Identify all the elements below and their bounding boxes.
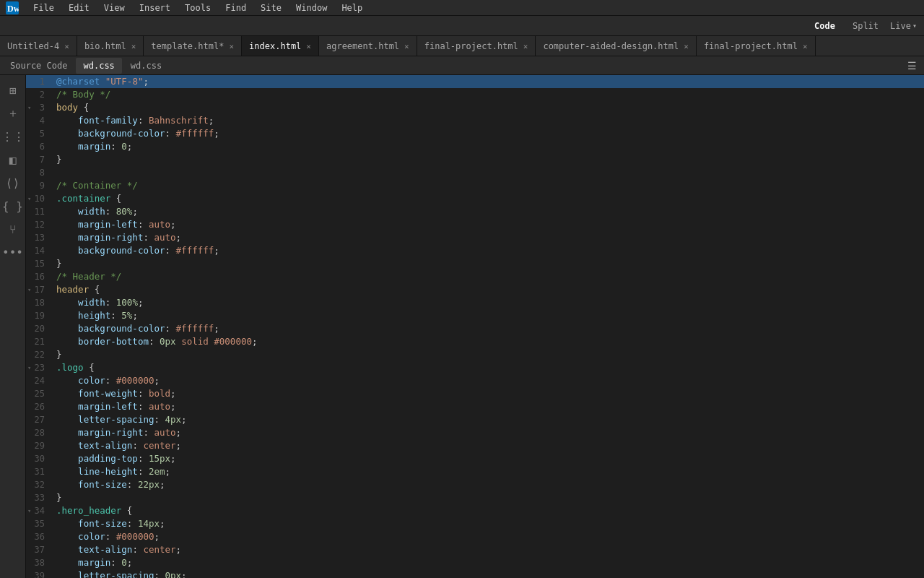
menu-item-insert[interactable]: Insert: [136, 1, 173, 14]
code-line: 37 text-align: center;: [26, 543, 924, 556]
sidebar-icon-files[interactable]: ⊞: [2, 79, 24, 101]
code-content: margin-left: auto;: [53, 400, 924, 413]
menu-item-find[interactable]: Find: [222, 1, 249, 14]
split-view-btn[interactable]: Split: [847, 20, 884, 33]
tab-index[interactable]: index.html×: [242, 36, 319, 56]
fold-arrow-icon[interactable]: ▾: [27, 101, 31, 114]
tab-template[interactable]: template.html*×: [144, 36, 242, 56]
code-line: 28 margin-right: auto;: [26, 426, 924, 439]
code-content: margin: 0;: [53, 556, 924, 569]
line-number: 21: [26, 335, 53, 348]
fold-arrow-icon[interactable]: ▾: [27, 361, 31, 374]
code-line: ▾23.logo {: [26, 361, 924, 374]
code-line: 38 margin: 0;: [26, 556, 924, 569]
sidebar-icon-assets[interactable]: ◧: [2, 149, 24, 171]
line-number: 15: [26, 257, 53, 270]
live-view-btn[interactable]: Live ▾: [890, 21, 917, 31]
code-content: color: #000000;: [53, 374, 924, 387]
code-line: 14 background-color: #ffffff;: [26, 244, 924, 257]
tab-computer-aided[interactable]: computer-aided-design.html×: [536, 36, 696, 56]
tab-label: computer-aided-design.html: [543, 41, 679, 51]
line-number: 30: [26, 452, 53, 465]
tab-agreement[interactable]: agreement.html×: [319, 36, 417, 56]
line-number: 31: [26, 465, 53, 478]
code-line: 29 text-align: center;: [26, 439, 924, 452]
menu-item-help[interactable]: Help: [339, 1, 365, 14]
code-line: 15}: [26, 257, 924, 270]
tab-close-icon[interactable]: ×: [229, 42, 234, 51]
tab-close-icon[interactable]: ×: [404, 42, 409, 51]
tab-close-icon[interactable]: ×: [306, 42, 311, 51]
line-number: 20: [26, 322, 53, 335]
menu-bar: Dw FileEditViewInsertToolsFindSiteWindow…: [0, 0, 924, 16]
menu-item-view[interactable]: View: [101, 1, 128, 14]
filter-icon[interactable]: ☰: [903, 59, 921, 73]
line-number: 9: [26, 179, 53, 192]
tab-close-icon[interactable]: ×: [64, 42, 69, 51]
sidebar-icon-dom[interactable]: ⟨⟩: [2, 172, 24, 194]
line-number: 26: [26, 400, 53, 413]
fold-arrow-icon[interactable]: ▾: [27, 283, 31, 296]
code-line: 20 background-color: #ffffff;: [26, 322, 924, 335]
menu-item-site[interactable]: Site: [258, 1, 284, 14]
sidebar-icon-git[interactable]: ⑂: [2, 218, 24, 240]
line-number: ▾10: [26, 192, 53, 205]
sidebar-icon-css-designer[interactable]: ⋮⋮: [2, 126, 24, 147]
sub-tab-wdcss2[interactable]: wd.css: [123, 58, 169, 74]
sub-tab-source[interactable]: Source Code: [3, 58, 74, 74]
code-line: 6 margin: 0;: [26, 140, 924, 153]
line-number: 29: [26, 439, 53, 452]
menu-item-tools[interactable]: Tools: [182, 1, 214, 14]
tab-close-icon[interactable]: ×: [523, 42, 528, 51]
code-line: 32 font-size: 22px;: [26, 478, 924, 491]
code-content: margin-right: auto;: [53, 231, 924, 244]
line-number: 8: [26, 166, 53, 179]
fold-arrow-icon[interactable]: ▾: [27, 504, 31, 517]
sidebar-icon-more[interactable]: •••: [2, 241, 24, 263]
menu-item-window[interactable]: Window: [293, 1, 330, 14]
fold-arrow-icon[interactable]: ▾: [27, 192, 31, 205]
code-line: 25 font-weight: bold;: [26, 387, 924, 400]
code-line: 21 border-bottom: 0px solid #000000;: [26, 335, 924, 348]
tab-close-icon[interactable]: ×: [684, 42, 689, 51]
svg-text:Dw: Dw: [7, 4, 19, 14]
tab-label: Untitled-4: [7, 41, 59, 51]
line-number: 25: [26, 387, 53, 400]
sidebar-icon-insert[interactable]: ＋: [2, 103, 24, 124]
line-number: 6: [26, 140, 53, 153]
code-line: 26 margin-left: auto;: [26, 400, 924, 413]
code-editor[interactable]: 1@charset "UTF-8";2/* Body */▾3body {4 f…: [26, 75, 924, 578]
view-mode-bar: Code Split Live ▾: [0, 16, 924, 36]
tab-close-icon[interactable]: ×: [803, 42, 808, 51]
tab-final-project2[interactable]: final-project.html×: [697, 36, 816, 56]
code-content: body {: [53, 101, 924, 114]
code-content: /* Header */: [53, 270, 924, 283]
line-number: 18: [26, 296, 53, 309]
tab-bio[interactable]: bio.html×: [77, 36, 144, 56]
code-line: 33}: [26, 491, 924, 504]
code-line: 7}: [26, 153, 924, 166]
tab-final-project[interactable]: final-project.html×: [417, 36, 536, 56]
code-content: .logo {: [53, 361, 924, 374]
code-line: ▾10.container {: [26, 192, 924, 205]
code-content: line-height: 2em;: [53, 465, 924, 478]
line-number: 16: [26, 270, 53, 283]
line-number: 38: [26, 556, 53, 569]
code-view-btn[interactable]: Code: [808, 20, 841, 33]
tab-close-icon[interactable]: ×: [131, 42, 136, 51]
sidebar-icon-snippets[interactable]: { }: [2, 195, 24, 217]
sub-tab-wdcss1[interactable]: wd.css: [76, 58, 121, 74]
code-content: }: [53, 491, 924, 504]
code-content: height: 5%;: [53, 309, 924, 322]
line-number: 28: [26, 426, 53, 439]
live-dropdown-icon: ▾: [912, 22, 917, 30]
tab-bar: Untitled-4×bio.html×template.html*×index…: [0, 36, 924, 56]
code-content: width: 100%;: [53, 296, 924, 309]
menu-item-file[interactable]: File: [30, 1, 57, 14]
line-number: 7: [26, 153, 53, 166]
code-line: 16/* Header */: [26, 270, 924, 283]
code-content: font-size: 22px;: [53, 478, 924, 491]
line-number: ▾17: [26, 283, 53, 296]
tab-untitled4[interactable]: Untitled-4×: [0, 36, 77, 56]
menu-item-edit[interactable]: Edit: [66, 1, 92, 14]
